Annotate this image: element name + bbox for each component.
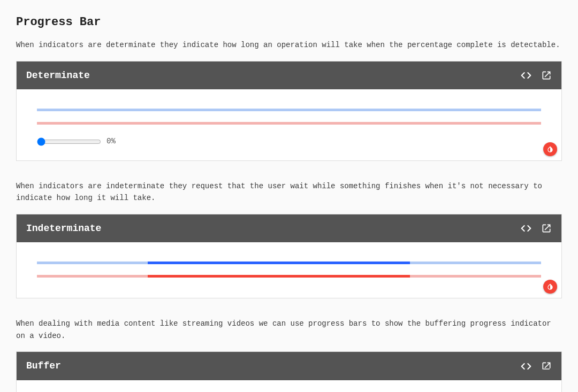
card-title: Indeterminate [26,221,521,236]
determinate-desc: When indicators are determinate they ind… [16,39,562,51]
card-header: Buffer [17,352,561,380]
card-header: Indeterminate [17,214,561,243]
open-in-new-icon[interactable] [541,70,552,81]
buffer-card: Buffer [16,351,562,392]
progress-fill [148,262,410,264]
progress-bar-primary [37,262,541,264]
card-body [17,380,561,392]
card-title: Buffer [26,358,521,374]
progress-fill [148,275,410,278]
header-actions [521,223,552,234]
invert-colors-fab[interactable] [543,280,557,294]
code-icon[interactable] [521,223,531,234]
indeterminate-card: Indeterminate [16,214,562,299]
card-body [17,242,561,298]
code-icon[interactable] [521,361,531,372]
progress-bar-primary [37,109,541,111]
header-actions [521,361,552,372]
slider-row: 0% [37,135,551,147]
indeterminate-desc: When indicators are indeterminate they r… [16,180,562,204]
progress-bar-accent [37,122,541,125]
header-actions [521,70,552,81]
page-title: Progress Bar [16,13,562,32]
card-header: Determinate [17,62,561,90]
open-in-new-icon[interactable] [541,361,552,372]
card-body: 0% [17,89,561,160]
slider-value-label: 0% [107,135,116,147]
progress-slider[interactable] [37,137,101,146]
code-icon[interactable] [521,70,531,81]
card-title: Determinate [26,68,521,83]
invert-colors-fab[interactable] [543,142,557,156]
progress-bar-accent [37,275,541,278]
buffer-desc: When dealing with media content like str… [16,318,562,342]
determinate-card: Determinate 0% [16,61,562,161]
open-in-new-icon[interactable] [541,223,552,234]
